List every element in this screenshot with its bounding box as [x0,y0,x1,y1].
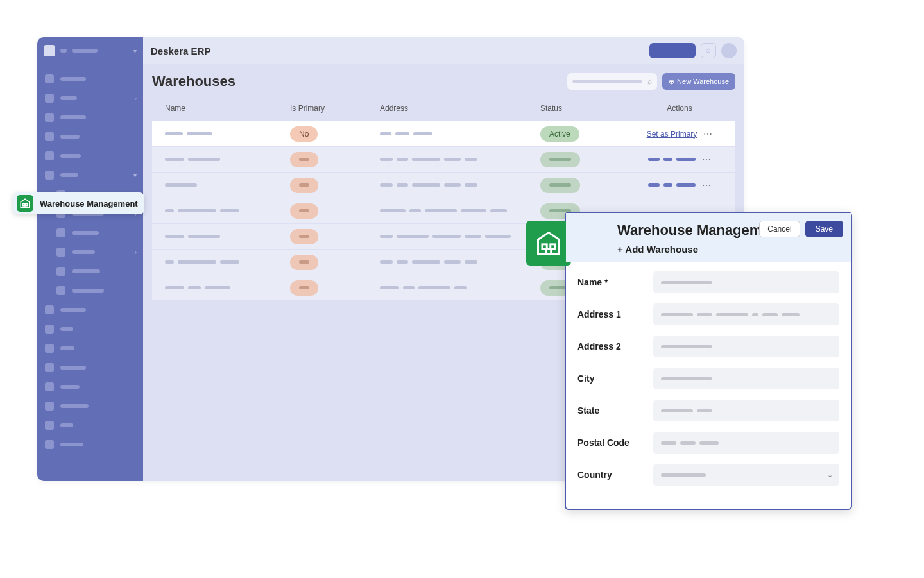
modal-body: Name * Address 1 Address 2 City State Po… [566,262,851,509]
chevron-down-icon: ⌄ [827,471,833,479]
set-primary-link[interactable]: Set as Primary [647,130,697,139]
tooltip-label: Warehouse Management [40,199,138,208]
page-title: Warehouses [152,73,235,90]
search-input[interactable]: ⌕ [567,73,657,90]
app-title: Deskera ERP [151,46,210,56]
placeholder [60,173,78,177]
content-header: Warehouses ⌕ ⊕ New Warehouse [152,73,735,90]
sidebar-subitem[interactable] [37,262,143,281]
sidebar-item[interactable] [37,358,143,377]
placeholder [72,231,99,235]
select-country[interactable]: ⌄ [653,464,839,486]
sidebar-item[interactable] [37,69,143,89]
modal-buttons: Cancel Save [759,221,843,237]
placeholder [72,49,98,53]
cancel-button[interactable]: Cancel [759,221,800,237]
sidebar-subitem[interactable]: › [37,242,143,262]
input-address2[interactable] [653,336,839,357]
placeholder [60,308,86,312]
save-button[interactable]: Save [805,221,843,237]
cell-name [165,183,290,187]
placeholder [60,49,67,53]
primary-pill [290,203,318,219]
cell-actions: Set as Primary ⋯ [637,129,723,139]
placeholder [72,250,95,254]
sidebar-subitem[interactable] [37,281,143,300]
input-address1[interactable] [653,303,839,325]
primary-pill: No [290,126,318,142]
table-row[interactable]: No Active Set as Primary ⋯ [152,121,735,146]
sidebar: ▾ › ▾ › › [37,37,143,481]
cell-status [540,178,637,193]
label-name: Name * [578,277,646,287]
nav-icon [45,74,54,83]
col-status: Status [540,104,637,113]
action-placeholder[interactable] [648,183,696,187]
col-address: Address [380,104,540,113]
input-city[interactable] [653,368,839,389]
placeholder [60,346,74,350]
placeholder [60,135,80,139]
sidebar-item[interactable] [37,146,143,166]
sidebar-item[interactable]: ▾ [37,166,143,185]
sidebar-item[interactable] [37,108,143,127]
label-postal: Postal Code [578,438,646,448]
bell-icon[interactable]: ♤ [701,43,716,58]
plus-icon: ⊕ [669,78,674,86]
cell-status [540,152,637,167]
primary-pill [290,280,318,296]
chevron-down-icon[interactable]: ▾ [133,47,137,55]
sidebar-item[interactable] [37,339,143,358]
cell-is-primary [290,152,380,167]
nav-icon [45,94,54,103]
action-placeholder[interactable] [648,158,696,161]
col-is-primary: Is Primary [290,104,380,113]
sidebar-tooltip: Warehouse Management [13,192,144,214]
avatar[interactable] [721,43,737,58]
primary-pill [290,152,318,167]
sidebar-item[interactable]: › [37,89,143,108]
chevron-right-icon: › [135,95,137,102]
nav-icon [45,402,54,411]
more-icon[interactable]: ⋯ [703,129,712,139]
placeholder [72,289,104,293]
input-state[interactable] [653,400,839,421]
sidebar-item[interactable] [37,377,143,396]
chevron-down-icon: ▾ [133,172,137,179]
table-row[interactable]: ⋯ [152,172,735,198]
cell-is-primary [290,229,380,244]
more-icon[interactable]: ⋯ [702,180,711,191]
col-name: Name [165,104,290,113]
form-row-city: City [578,368,839,389]
warehouse-icon [526,221,571,266]
cell-status: Active [540,126,637,142]
sidebar-item[interactable] [37,300,143,319]
sidebar-item[interactable] [37,416,143,435]
sidebar-item[interactable] [37,435,143,454]
table-row[interactable]: ⋯ [152,146,735,172]
new-warehouse-button[interactable]: ⊕ New Warehouse [662,73,735,90]
status-pill [540,178,580,193]
input-name[interactable] [653,271,839,293]
sidebar-item[interactable] [37,127,143,146]
more-icon[interactable]: ⋯ [702,155,711,165]
nav-icon [56,267,65,276]
nav-icon [45,325,54,334]
cell-is-primary: No [290,126,380,142]
nav-icon [45,344,54,353]
input-postal[interactable] [653,432,839,454]
col-actions: Actions [637,104,723,113]
cell-name [165,158,290,161]
topbar-primary-button[interactable] [649,43,696,58]
nav-icon [45,132,54,141]
topbar-actions: ♤ [649,43,737,58]
label-address1: Address 1 [578,309,646,319]
cell-address [380,209,540,212]
topbar: Deskera ERP ♤ [143,37,744,64]
cell-address [380,260,540,264]
sidebar-item[interactable] [37,319,143,339]
modal-header: Warehouse Management + Add Warehouse Can… [566,213,851,262]
sidebar-item[interactable] [37,396,143,416]
sidebar-subitem[interactable] [37,223,143,242]
cell-address [380,132,540,135]
